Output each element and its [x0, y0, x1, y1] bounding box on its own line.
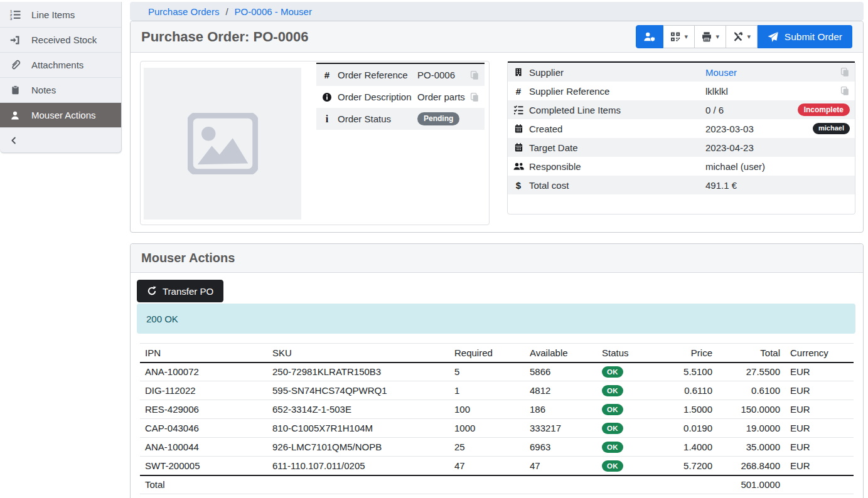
- user-icon: [8, 110, 22, 120]
- detail-label: Target Date: [529, 142, 705, 153]
- sidebar-item-notes[interactable]: Notes: [0, 77, 121, 102]
- order-panel-header: Purchase Order: PO-0006 ▾ ▾ ▾: [131, 21, 863, 53]
- table-row: ANA-100044 926-LMC7101QM5/NOPB 25 6963 O…: [140, 438, 854, 457]
- building-icon: [508, 67, 529, 77]
- sidebar: 123 Line Items Received Stock Attachment…: [0, 2, 122, 153]
- detail-value: lklklkl: [705, 86, 840, 97]
- status-badge: OK: [602, 366, 623, 378]
- cell-price: 1.5000: [653, 400, 717, 419]
- mouser-actions-panel: Mouser Actions Transfer PO 200 OK IPNSKU…: [130, 243, 864, 498]
- sidebar-item-label: Line Items: [31, 9, 75, 20]
- clipboard-icon: [8, 85, 22, 95]
- cell-total: 35.0000: [717, 438, 785, 457]
- cell-status: OK: [597, 400, 653, 419]
- column-header-ipn: IPN: [140, 344, 267, 363]
- send-icon: [767, 31, 779, 43]
- cell-price: 5.7200: [653, 457, 717, 475]
- detail-label: Created: [529, 124, 705, 134]
- detail-row: i Order Status Pending: [316, 108, 485, 130]
- cell-total: 19.0000: [717, 419, 785, 438]
- breadcrumb-link-current-order[interactable]: PO-0006 - Mouser: [235, 6, 312, 17]
- cell-available: 333217: [525, 419, 597, 438]
- order-panel-body: # Order Reference PO-0006 Order Descript…: [131, 53, 863, 233]
- cell-sku: 595-SN74HCS74QPWRQ1: [267, 381, 449, 400]
- column-header-total: Total: [717, 344, 785, 363]
- status-alert: 200 OK: [137, 304, 855, 334]
- cell-price: 1.4000: [653, 438, 717, 457]
- user-shield-icon: [643, 31, 656, 42]
- detail-label: Order Status: [338, 114, 417, 124]
- detail-value: 2023-03-03: [705, 124, 813, 134]
- cell-required: 1000: [449, 419, 525, 438]
- sidebar-item-label: Attachments: [31, 60, 83, 70]
- detail-label: Order Description: [338, 92, 417, 102]
- cell-status: OK: [597, 438, 653, 457]
- sidebar-collapse-button[interactable]: [0, 127, 121, 152]
- sidebar-item-line-items[interactable]: 123 Line Items: [0, 2, 121, 27]
- card-filler: [508, 194, 855, 209]
- order-panel: Purchase Order: PO-0006 ▾ ▾ ▾: [130, 21, 864, 233]
- copy-icon[interactable]: [469, 92, 480, 102]
- detail-label: Completed Line Items: [529, 105, 705, 115]
- status-badge: OK: [602, 404, 623, 415]
- detail-label: Order Reference: [338, 70, 417, 80]
- refresh-icon: [147, 286, 157, 296]
- tools-icon: [732, 31, 744, 42]
- order-summary-card: # Order Reference PO-0006 Order Descript…: [140, 61, 490, 225]
- cell-sku: 611-110.107.011/0205: [267, 457, 449, 475]
- breadcrumb-separator: /: [225, 6, 228, 17]
- mouser-actions-body: Transfer PO 200 OK IPNSKURequiredAvailab…: [131, 273, 863, 494]
- status-badge: Pending: [417, 112, 459, 125]
- print-actions-button[interactable]: ▾: [695, 25, 726, 48]
- detail-value: 491.1 €: [705, 180, 850, 191]
- cell-required: 100: [449, 400, 525, 419]
- supplier-link[interactable]: Mouser: [705, 67, 737, 78]
- detail-row: Responsible michael (user): [508, 157, 855, 176]
- sidebar-item-received-stock[interactable]: Received Stock: [0, 27, 121, 52]
- cell-total: 0.6100: [717, 381, 785, 400]
- total-value: 501.0000: [717, 475, 785, 494]
- detail-value: Mouser: [705, 67, 840, 78]
- detail-label: Supplier Reference: [529, 86, 705, 97]
- sidebar-item-mouser-actions[interactable]: Mouser Actions: [0, 102, 121, 127]
- detail-value: Pending: [417, 112, 480, 125]
- copy-icon[interactable]: [469, 70, 480, 80]
- detail-row: Supplier Mouser: [508, 63, 855, 82]
- cell-currency: EUR: [785, 438, 854, 457]
- detail-label: Supplier: [529, 67, 705, 78]
- cell-ipn: ANA-100072: [140, 363, 267, 381]
- transfer-po-button[interactable]: Transfer PO: [137, 280, 223, 302]
- status-badge: OK: [602, 460, 623, 472]
- cell-status: OK: [597, 419, 653, 438]
- order-actions-button[interactable]: ▾: [726, 25, 758, 48]
- sidebar-item-label: Notes: [31, 85, 56, 95]
- cell-price: 0.6110: [653, 381, 717, 400]
- order-image-placeholder: [144, 68, 301, 220]
- detail-row: Target Date 2023-04-23: [508, 138, 855, 157]
- table-row: RES-429006 652-3314Z-1-503E 100 186 OK 1…: [140, 400, 854, 419]
- chevron-left-icon: [10, 135, 18, 146]
- table-row: ANA-100072 250-72981KLRATR150B3 5 5866 O…: [140, 363, 854, 381]
- supplier-details-card: Supplier Mouser # Supplier Reference lkl…: [507, 61, 855, 215]
- barcode-actions-button[interactable]: ▾: [663, 25, 695, 48]
- cell-currency: EUR: [785, 363, 854, 381]
- breadcrumb-link-purchase-orders[interactable]: Purchase Orders: [148, 6, 219, 17]
- copy-icon[interactable]: [840, 86, 850, 96]
- sidebar-item-attachments[interactable]: Attachments: [0, 52, 121, 77]
- printer-icon: [701, 31, 712, 42]
- breadcrumb: Purchase Orders / PO-0006 - Mouser: [130, 2, 864, 21]
- hash-icon: #: [508, 86, 529, 97]
- status-badge: OK: [602, 423, 623, 434]
- cell-ipn: RES-429006: [140, 400, 267, 419]
- cell-available: 5866: [525, 363, 597, 381]
- admin-button[interactable]: [636, 25, 663, 48]
- chevron-down-icon: ▾: [747, 33, 751, 41]
- copy-icon[interactable]: [840, 67, 850, 77]
- cell-ipn: DIG-112022: [140, 381, 267, 400]
- submit-order-button[interactable]: Submit Order: [758, 25, 852, 48]
- column-header-status: Status: [597, 344, 653, 363]
- order-details-table: # Order Reference PO-0006 Order Descript…: [316, 63, 485, 130]
- cell-required: 25: [449, 438, 525, 457]
- users-icon: [508, 161, 529, 171]
- cell-required: 47: [449, 457, 525, 475]
